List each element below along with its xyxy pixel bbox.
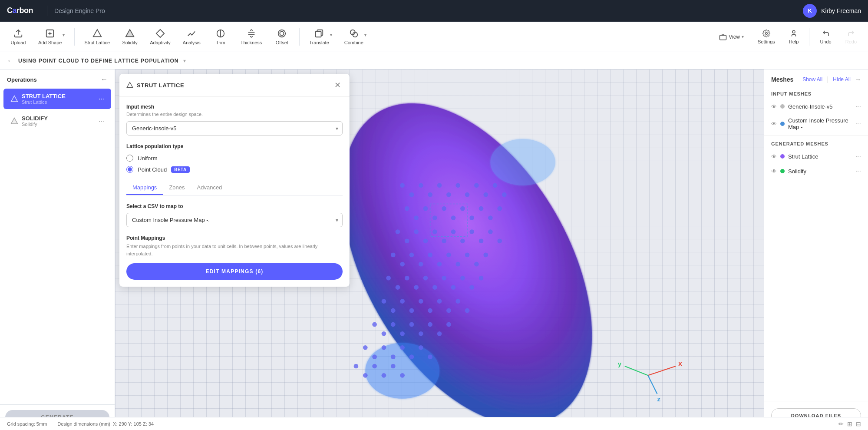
- meshes-expand[interactable]: →: [855, 76, 861, 83]
- svg-point-73: [483, 253, 488, 258]
- svg-point-64: [400, 262, 405, 267]
- user-name: Kirby Freeman: [821, 7, 861, 14]
- point-cloud-radio-row: Point Cloud BETA: [126, 166, 343, 173]
- mesh-eye-generic[interactable]: 👁: [771, 103, 777, 110]
- svg-text:z: z: [657, 395, 661, 403]
- logo: Carbon: [7, 6, 33, 15]
- svg-point-31: [428, 192, 432, 197]
- svg-point-51: [396, 229, 400, 234]
- op-item-strut-lattice[interactable]: STRUT LATTICE Strut Lattice ···: [3, 89, 111, 109]
- breadcrumb: USING POINT CLOUD TO DEFINE LATTICE POPU…: [18, 58, 179, 64]
- point-mappings-label: Point Mappings: [126, 235, 343, 241]
- uniform-label[interactable]: Uniform: [138, 155, 158, 162]
- svg-point-98: [400, 331, 405, 336]
- mesh-more-solidify[interactable]: ···: [855, 167, 861, 175]
- toolbar-thickness[interactable]: Thickness: [235, 26, 267, 48]
- back-button[interactable]: ←: [7, 57, 14, 65]
- point-cloud-label[interactable]: Point Cloud: [138, 166, 167, 173]
- svg-point-45: [451, 215, 456, 220]
- input-mesh-select[interactable]: Generic-Insole-v5: [126, 121, 343, 136]
- analysis-icon: [187, 29, 196, 38]
- svg-point-28: [400, 183, 405, 188]
- toolbar: Upload Add Shape ▾ Strut Lattice Solidif…: [0, 22, 868, 52]
- grid-icon[interactable]: ⊟: [856, 420, 861, 427]
- breadcrumb-bar: ← USING POINT CLOUD TO DEFINE LATTICE PO…: [0, 52, 868, 69]
- uniform-radio[interactable]: [126, 155, 133, 162]
- svg-point-16: [280, 31, 284, 35]
- toolbar-view[interactable]: View ▾: [713, 30, 750, 43]
- svg-point-34: [455, 183, 460, 188]
- svg-point-112: [354, 364, 359, 369]
- show-all-button[interactable]: Show All: [802, 76, 822, 83]
- solidify-op-icon: [10, 117, 18, 125]
- point-mappings-section: Point Mappings Enter mappings from point…: [126, 235, 343, 280]
- toolbar-analysis[interactable]: Analysis: [178, 26, 206, 48]
- toolbar-adaptivity[interactable]: Adaptivity: [145, 26, 176, 48]
- logo-text: Carbon: [7, 6, 33, 15]
- mesh-name-strut: Strut Lattice: [788, 153, 852, 160]
- user-avatar: K: [803, 4, 817, 18]
- mesh-more-pressure[interactable]: ···: [855, 120, 861, 128]
- svg-point-58: [460, 239, 465, 244]
- point-cloud-radio[interactable]: [126, 166, 133, 173]
- toolbar-undo[interactable]: Undo: [814, 27, 837, 47]
- operations-title: Operations: [7, 76, 37, 83]
- svg-text:y: y: [618, 360, 622, 367]
- pencil-icon[interactable]: ✏: [838, 420, 844, 427]
- toolbar-settings[interactable]: Settings: [752, 27, 781, 47]
- svg-point-35: [465, 192, 470, 197]
- upload-icon: [13, 29, 23, 38]
- toolbar-solidify[interactable]: Solidify: [117, 26, 143, 48]
- svg-point-47: [469, 215, 474, 220]
- mesh-item-pressure-map[interactable]: 👁 Custom Insole Pressure Map - ···: [764, 114, 868, 134]
- mesh-eye-pressure[interactable]: 👁: [771, 121, 777, 127]
- toolbar-trim[interactable]: Trim: [208, 26, 234, 48]
- hide-all-button[interactable]: Hide All: [833, 76, 851, 83]
- mesh-item-generic-insole[interactable]: 👁 Generic-Insole-v5 ···: [764, 99, 868, 114]
- mesh-item-solidify-generated[interactable]: 👁 Solidify ···: [764, 164, 868, 179]
- mesh-eye-solidify[interactable]: 👁: [771, 168, 777, 175]
- panel-tabs: Mappings Zones Advanced: [126, 181, 343, 195]
- svg-marker-6: [156, 29, 164, 37]
- svg-point-85: [382, 299, 386, 304]
- toolbar-offset[interactable]: Offset: [269, 26, 295, 48]
- toolbar-translate[interactable]: Translate ▾: [304, 26, 337, 48]
- toolbar-upload[interactable]: Upload: [5, 26, 31, 48]
- mesh-eye-strut[interactable]: 👁: [771, 153, 777, 160]
- population-type-label: Lattice population type: [126, 143, 343, 149]
- adaptivity-icon: [155, 29, 165, 38]
- svg-rect-20: [720, 35, 726, 40]
- toolbar-strut-lattice[interactable]: Strut Lattice: [79, 26, 115, 48]
- svg-point-109: [409, 354, 414, 359]
- toolbar-add-shape[interactable]: Add Shape ▾: [33, 26, 70, 48]
- svg-rect-17: [316, 31, 321, 37]
- tab-mappings[interactable]: Mappings: [126, 181, 163, 195]
- breadcrumb-chevron[interactable]: ▾: [183, 58, 186, 64]
- mesh-item-strut-generated[interactable]: 👁 Strut Lattice ···: [764, 149, 868, 164]
- strut-lattice-more[interactable]: ···: [99, 95, 104, 103]
- mesh-more-generic[interactable]: ···: [855, 103, 861, 110]
- svg-point-49: [488, 215, 493, 220]
- svg-point-86: [391, 308, 396, 313]
- svg-point-105: [372, 354, 377, 359]
- svg-point-96: [382, 331, 386, 336]
- panel-close-button[interactable]: ✕: [332, 80, 343, 90]
- csv-select[interactable]: Custom Insole Pressure Map -.: [126, 213, 343, 227]
- svg-point-107: [391, 354, 396, 359]
- svg-point-72: [474, 262, 479, 267]
- toolbar-combine[interactable]: Combine ▾: [339, 26, 372, 48]
- tab-zones[interactable]: Zones: [163, 181, 191, 195]
- viewport[interactable]: X y z STRUT LATTICE ✕ Input mesh D: [115, 69, 764, 430]
- edit-mappings-button[interactable]: EDIT MAPPINGS (6): [126, 263, 343, 280]
- sidebar-collapse-button[interactable]: ←: [101, 76, 108, 83]
- solidify-more[interactable]: ···: [99, 117, 104, 125]
- op-item-solidify[interactable]: SOLIDIFY Solidify ···: [3, 111, 111, 131]
- toolbar-help[interactable]: Help: [783, 27, 805, 47]
- mesh-more-strut[interactable]: ···: [855, 152, 861, 160]
- layout-icon[interactable]: ⊞: [847, 420, 852, 427]
- toolbar-redo[interactable]: Redo: [839, 27, 863, 47]
- svg-marker-24: [11, 118, 18, 124]
- svg-marker-23: [11, 96, 18, 102]
- tab-advanced[interactable]: Advanced: [191, 181, 228, 195]
- svg-point-113: [363, 373, 368, 378]
